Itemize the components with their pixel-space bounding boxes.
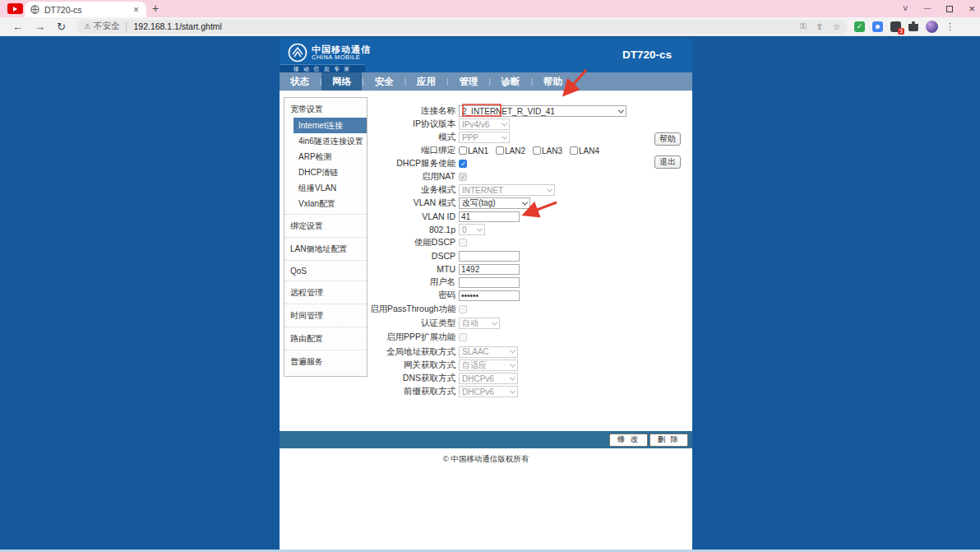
back-button[interactable]: ← [12, 21, 23, 32]
label-8021p: 802.1p [370, 225, 459, 234]
action-bar: 修 改 删 除 [280, 431, 692, 448]
help-button[interactable]: 帮助 [654, 132, 681, 146]
chevron-down-icon [492, 319, 497, 325]
global-addr-mode-select: SLAAC [459, 346, 518, 358]
minimize-button[interactable]: — [923, 5, 931, 12]
password-input[interactable] [459, 290, 520, 301]
chevron-down-icon [477, 225, 483, 231]
browser-window: DT720-cs × + ˅ — × ← → ↻ ⚠ 不安全 192.168.1… [0, 0, 980, 552]
nav-item-application[interactable]: 应用 [406, 72, 446, 90]
address-divider [126, 22, 127, 31]
share-icon[interactable]: ⇪ [816, 22, 823, 31]
label-mode: 模式 [370, 132, 459, 143]
modify-button[interactable]: 修 改 [609, 434, 648, 447]
youtube-pinned-tab-icon[interactable] [7, 3, 23, 14]
dscp-input[interactable] [459, 251, 520, 262]
maximize-button[interactable] [946, 6, 953, 12]
sidebar-section-qos[interactable]: QoS [284, 265, 367, 278]
connection-name-select[interactable]: 2_INTERNET_R_VID_41 [459, 105, 626, 117]
copyright-footer: © 中国移动通信版权所有 [280, 448, 692, 465]
tab-strip: DT720-cs × + ˅ — × [0, 0, 980, 17]
sidebar-section-universal-service[interactable]: 普遍服务 [284, 355, 367, 370]
chevron-down-icon [618, 107, 624, 113]
nav-item-security[interactable]: 安全 [364, 72, 404, 90]
lan1-checkbox[interactable] [459, 146, 467, 155]
security-label[interactable]: 不安全 [94, 21, 120, 32]
chevron-down-icon [522, 199, 528, 205]
delete-button[interactable]: 删 除 [649, 434, 688, 447]
forward-button[interactable]: → [35, 21, 45, 32]
label-port-binding: 端口绑定 [370, 145, 459, 156]
exit-button[interactable]: 退出 [654, 155, 681, 169]
label-auth-type: 认证类型 [370, 318, 459, 329]
sidebar-item-4in6-tunnel[interactable]: 4in6隧道连接设置 [295, 133, 367, 149]
extension-with-badge-icon[interactable]: 3 [890, 21, 901, 32]
sidebar-item-dhcp[interactable]: DHCP清链 [295, 165, 367, 180]
address-bar[interactable]: ⚠ 不安全 192.168.1.1/start.ghtml ⚿ ⇪ ☆ [76, 20, 848, 34]
extensions-puzzle-icon[interactable] [908, 21, 918, 31]
lan3-checkbox[interactable] [533, 146, 541, 155]
url-text[interactable]: 192.168.1.1/start.ghtml [133, 21, 789, 31]
label-prefix-mode: 前缀获取方式 [370, 386, 459, 397]
sidebar-item-multicast-vlan[interactable]: 组播VLAN [295, 180, 367, 196]
label-dhcp-enable: DHCP服务使能 [370, 158, 459, 169]
content-area: 宽带设置 Internet连接 4in6隧道连接设置 ARP检测 DHCP清链 … [280, 90, 692, 431]
connection-form: 连接名称 2_INTERNET_R_VID_41 IP协议版本 IPv4/v6 … [370, 91, 692, 431]
router-admin-page: 中国移动通信 CHINA MOBILE 移 动 信 息 专 家 DT720-cs… [0, 36, 980, 552]
ip-version-select: IPv4/v6 [459, 118, 510, 130]
chevron-down-icon [502, 120, 507, 126]
sidebar-item-arp-detect[interactable]: ARP检测 [295, 149, 367, 165]
label-ip-version: IP协议版本 [370, 118, 459, 130]
brand-tagline: 移 动 信 息 专 家 [280, 64, 365, 72]
sidebar-section-time-mgmt[interactable]: 时间管理 [284, 308, 367, 324]
mtu-input[interactable] [459, 264, 520, 275]
reload-button[interactable]: ↻ [57, 21, 66, 32]
prefix-mode-select: DHCPv6 [459, 386, 518, 397]
dns-mode-select: DHCPv6 [459, 373, 518, 384]
gateway-mode-select: 自适应 [459, 359, 518, 371]
ppp-extension-checkbox [459, 333, 467, 341]
sidebar: 宽带设置 Internet连接 4in6隧道连接设置 ARP检测 DHCP清链 … [284, 97, 368, 377]
lan2-checkbox[interactable] [496, 146, 504, 155]
browser-tab[interactable]: DT720-cs × [25, 2, 146, 17]
chevron-down-icon [547, 186, 552, 192]
vlan-mode-select[interactable]: 改写(tag) [459, 197, 530, 209]
vlan-id-input[interactable] [459, 211, 520, 222]
dhcp-enable-checkbox[interactable] [459, 160, 467, 168]
lan4-checkbox[interactable] [570, 146, 578, 155]
brand-name-en: CHINA MOBILE [312, 54, 371, 61]
sidebar-section-lan-address[interactable]: LAN侧地址配置 [284, 242, 367, 257]
window-close-button[interactable]: × [968, 3, 975, 14]
tab-close-icon[interactable]: × [132, 5, 141, 15]
main-nav: 状态 | 网络 | 安全 | 应用 | 管理 | 诊断 | 帮助 [280, 72, 692, 90]
nav-item-status[interactable]: 状态 [280, 72, 320, 90]
sidebar-item-vxlan[interactable]: Vxlan配置 [295, 196, 367, 211]
passthrough-checkbox [459, 305, 467, 313]
adblock-shield-icon[interactable]: ✓ [854, 21, 865, 32]
nav-item-management[interactable]: 管理 [448, 72, 488, 90]
sidebar-item-internet-connection[interactable]: Internet连接 [294, 118, 367, 133]
translate-extension-icon[interactable] [872, 21, 883, 32]
sidebar-section-remote-mgmt[interactable]: 远程管理 [284, 285, 367, 301]
sidebar-section-binding[interactable]: 绑定设置 [284, 219, 367, 234]
china-mobile-logo: 中国移动通信 CHINA MOBILE [288, 43, 371, 63]
browser-menu-chevron-icon[interactable]: ˅ [903, 4, 908, 13]
label-vlan-mode: VLAN 模式 [370, 197, 459, 209]
username-input[interactable] [459, 277, 520, 288]
new-tab-button[interactable]: + [152, 2, 159, 15]
nav-item-diagnosis[interactable]: 诊断 [491, 72, 531, 90]
nav-item-network[interactable]: 网络 [321, 72, 362, 90]
app-header: 中国移动通信 CHINA MOBILE 移 动 信 息 专 家 DT720-cs [280, 39, 692, 72]
nav-item-help[interactable]: 帮助 [533, 72, 573, 90]
sidebar-section-routing[interactable]: 路由配置 [284, 332, 367, 347]
sidebar-section-broadband[interactable]: 宽带设置 [284, 102, 367, 118]
password-key-icon[interactable]: ⚿ [800, 21, 807, 31]
bookmark-star-icon[interactable]: ☆ [833, 22, 840, 31]
browser-menu-icon[interactable]: ⋮ [945, 21, 955, 32]
not-secure-warning-icon: ⚠ [84, 22, 90, 30]
8021p-select: 0 [459, 224, 485, 235]
device-name: DT720-cs [622, 49, 672, 61]
tab-title: DT720-cs [44, 5, 132, 15]
profile-avatar[interactable] [926, 21, 938, 33]
mode-select: PPP [459, 132, 510, 143]
